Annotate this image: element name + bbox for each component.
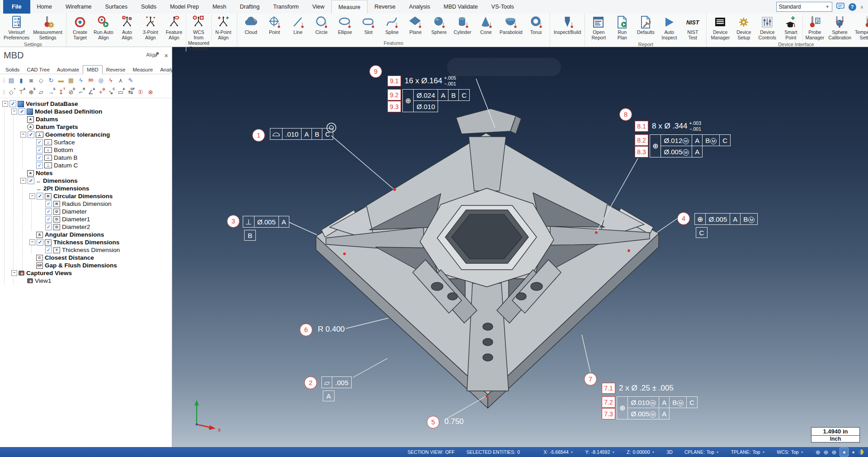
status-z[interactable]: Z:0.00000▼ [627,449,655,455]
panel-tab-automate[interactable]: Automate [53,66,83,74]
thickness-probe-icon[interactable]: ↧T [56,87,66,96]
feedback-chat-icon[interactable] [836,3,844,11]
tree-item-gap-flush-dimensions[interactable]: GFGap & Flush Dimensions [2,262,172,269]
ribbon-button-run-auto-align[interactable]: Run Auto Align [92,14,115,41]
doc-3d-icon[interactable]: 3D [86,76,95,85]
cube-icon[interactable]: ◇ [36,76,46,85]
tree-checkbox[interactable]: ✓ [9,100,16,107]
ribbon-button-device-controls[interactable]: Device Controls [755,14,779,41]
ribbon-button-inspect-build[interactable]: Inspect/Build [552,14,583,36]
tree-item-thickness-dimensions[interactable]: −✓TThickness Dimensions [2,238,172,246]
dimension-text-6[interactable]: R 0.400 [318,325,345,334]
ribbon-button-auto-inspect[interactable]: Auto Inspect [657,14,681,41]
tree-checkbox[interactable]: ✓ [45,224,52,230]
angular-dim-icon[interactable]: ∠A [86,87,95,96]
tree-item-notes[interactable]: ANotes [2,169,172,177]
tree-item-thickness-dimension[interactable]: ✓TThickness Dimension [2,246,172,254]
callout-1[interactable]: .010ABC [270,128,333,140]
radius-dim-icon[interactable]: ⌐R [76,87,85,96]
tree-checkbox[interactable]: ✓ [36,154,43,161]
ribbon-button-circle[interactable]: Circle [310,14,333,36]
edit-brush-icon[interactable]: ✎ [126,76,135,85]
ribbon-button-auto-align[interactable]: Auto Align [115,14,139,41]
status-x[interactable]: X:-5.66544▼ [543,449,573,455]
tree-item-diameter1[interactable]: ✓DDiameter1 [2,215,172,223]
menu-tab-view[interactable]: View [306,0,331,14]
tree-item-bottom[interactable]: ✓⊥Bottom [2,146,172,154]
tree-expander-icon[interactable]: − [11,109,17,114]
viewport-3d[interactable]: 1.010ABC2▱.005A3⊥Ø.005AB4⊕Ø.005ABMC50.75… [172,47,868,447]
tree-checkbox[interactable]: ✓ [36,139,43,146]
mesh-block-icon[interactable]: ▦ [66,76,75,85]
feature-control-frame[interactable]: ⊥Ø.005A [243,216,289,228]
tree-checkbox[interactable]: ✓ [37,239,43,246]
callout-9[interactable]: 9.116 x Ø.164+.005−.0019.29.3⊕Ø.024ABCØ.… [387,75,470,112]
callout-balloon-1[interactable]: 1 [252,129,265,142]
tree-expander-icon[interactable]: − [29,193,35,199]
menu-tab-solids[interactable]: Solids [134,0,163,14]
menu-tab-analysis[interactable]: Analysis [402,0,437,14]
gnomon-view-icon[interactable]: ⊕ [824,449,829,456]
feature-control-frame[interactable]: ⊕Ø.012MABMCØ.005MA [650,134,731,157]
panel-tab-measure[interactable]: Measure [129,66,156,74]
ribbon-button-device-setup[interactable]: Device Setup [732,14,755,41]
tree-expander-icon[interactable]: − [29,239,35,245]
feature-control-frame[interactable]: ▱.005 [321,376,352,388]
tree-item-datum-c[interactable]: ✓⊥Datum C [2,162,172,169]
ribbon-button-paraboloid[interactable]: Paraboloid [498,14,524,36]
ribbon-button-line[interactable]: Line [286,14,310,36]
tree-expander-icon[interactable]: − [11,270,17,276]
axes-icon[interactable]: ⋏ [116,76,125,85]
menu-tab-surfaces[interactable]: Surfaces [99,0,134,14]
status-cplane[interactable]: CPLANE:Top▼ [684,449,719,455]
tree-item-dimensions[interactable]: −✓↔Dimensions [2,177,172,185]
tree-checkbox[interactable]: ✓ [45,216,52,223]
feature-control-frame[interactable]: .010ABC [270,128,333,140]
ribbon-button-sphere-calibration[interactable]: Sphere Calibration [826,14,853,41]
tree-item-diameter2[interactable]: ✓DDiameter2 [2,223,172,231]
ribbon-button-open-report[interactable]: Open Report [587,14,610,41]
menu-tab-home[interactable]: Home [30,0,59,14]
menu-tab-transform[interactable]: Transform [266,0,306,14]
gnomon-view-icon[interactable]: ⊕ [831,449,836,456]
tree-item-model-based-definition[interactable]: −✓Model Based Definition [2,108,172,115]
ribbon-button-defaults[interactable]: Defaults [634,14,657,36]
tree-checkbox[interactable]: ✓ [19,108,25,115]
report-checklist-icon[interactable]: ▤ [6,76,16,85]
ribbon-button-run-plan[interactable]: Run Plan [610,14,634,41]
tree-item-surface[interactable]: ✓⊥Surface [2,138,172,146]
ribbon-button-cylinder[interactable]: Cylinder [451,14,474,36]
gnomon-view-icon[interactable]: ⊕ [816,449,821,456]
tree-checkbox[interactable]: ✓ [28,131,34,138]
shading-icon[interactable]: ● [852,449,855,455]
tree-item-2pt-dimensions[interactable]: ↔2Pt Dimensions [2,185,172,192]
panel-tab-solids[interactable]: Solids [2,66,23,74]
panel-tab-reverse[interactable]: Reverse [103,66,129,74]
menu-tab-model-prep[interactable]: Model Prep [163,0,206,14]
tree-checkbox[interactable]: ✓ [36,147,43,153]
tree-item-radius-dimension[interactable]: ✓RRadius Dimension [2,200,172,208]
callout-balloon-2[interactable]: 2 [304,376,317,389]
closest-distance-icon[interactable]: ↘C [106,87,115,96]
target-icon[interactable]: ◎ [96,76,105,85]
dimension-text-5[interactable]: 0.750 [444,417,464,426]
tree-expander-icon[interactable]: − [2,101,8,107]
collapse-ribbon-icon[interactable]: ∧ [860,5,863,10]
tree-checkbox[interactable]: ✓ [45,200,52,207]
datum-target-icon[interactable]: ⊕S [26,87,36,96]
ribbon-button-cloud[interactable]: Cloud [239,14,263,36]
panel-tab-cad-tree[interactable]: CAD Tree [23,66,53,74]
ribbon-button-torus[interactable]: Torus [524,14,548,36]
feature-control-frame[interactable]: ⊕Ø.005ABM [694,213,758,225]
preset-dropdown[interactable]: Standard ▼ [776,2,832,12]
ribbon-button-nist-test[interactable]: NISTNIST Test [681,14,704,41]
ribbon-button-measurement-settings[interactable]: Measurement Settings [31,14,64,41]
book-icon[interactable]: ▮ [16,76,26,85]
feature-control-frame[interactable]: ⊕Ø.024ABCØ.010 [402,89,470,112]
notes-box-icon[interactable]: ▭A [116,87,125,96]
callout-balloon-4[interactable]: 4 [677,212,690,225]
menu-tab-measure[interactable]: Measure [331,0,368,14]
ribbon-button-sphere[interactable]: Sphere [427,14,451,36]
callout-balloon-9[interactable]: 9 [369,65,382,78]
status-tplane[interactable]: TPLANE:Top▼ [731,449,765,455]
